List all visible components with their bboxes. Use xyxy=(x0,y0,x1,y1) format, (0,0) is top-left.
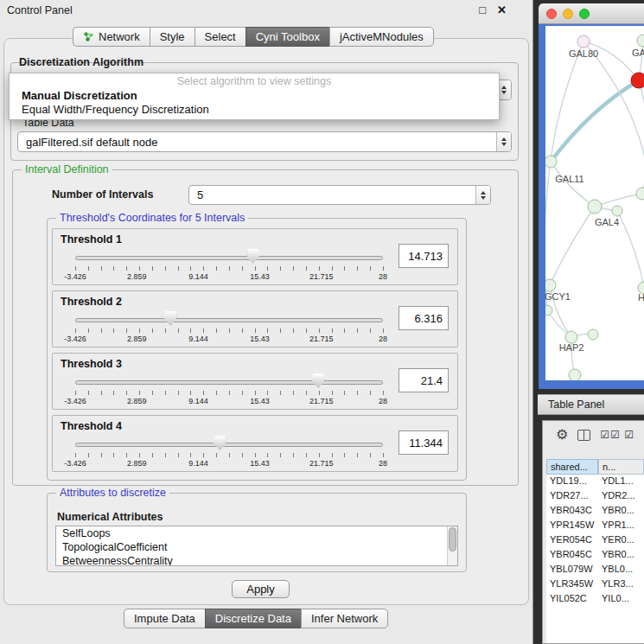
threshold-value-field[interactable]: 6.316 xyxy=(399,306,449,330)
node-label: GCY1 xyxy=(545,291,571,302)
column-selector-icon[interactable] xyxy=(577,430,590,441)
combo-arrows-icon[interactable] xyxy=(496,132,511,151)
tab-label: jActiveMNodules xyxy=(340,30,424,43)
table-body: YDL19...YDL1...YDR27...YDR2...YBR043CYBR… xyxy=(546,475,644,607)
network-node-ga[interactable] xyxy=(637,35,644,47)
tab-cyni-toolbox[interactable]: Cyni Toolbox xyxy=(245,27,329,47)
tick-label: 28 xyxy=(379,397,387,405)
slider-tick-labels: -3.4262.8599.14415.4321.71528 xyxy=(75,397,383,406)
table-data-combobox[interactable]: galFiltered.sif default node xyxy=(17,131,512,152)
network-canvas[interactable]: GAL80GAGAL11GAL4GCY1HHAP2 xyxy=(545,26,644,380)
network-node-gal11[interactable] xyxy=(545,156,557,168)
dropdown-option-manual-discretization[interactable]: Manual Discretization xyxy=(10,88,499,102)
table-row[interactable]: YER054CYER0... xyxy=(546,533,644,548)
algorithm-dropdown-popup: Select algorithm to view settings Manual… xyxy=(9,73,500,120)
slider-thumb[interactable] xyxy=(247,249,259,264)
list-scrollbar[interactable] xyxy=(447,526,457,565)
tick-label: 2.859 xyxy=(127,272,147,281)
slider-track[interactable] xyxy=(75,380,383,385)
table-row[interactable]: YPR145WYPR1... xyxy=(546,519,644,533)
network-edge-highlighted[interactable] xyxy=(551,80,639,162)
slider-thumb[interactable] xyxy=(214,436,226,450)
number-of-intervals-combobox[interactable]: 5 xyxy=(188,185,491,205)
slider-track[interactable] xyxy=(75,318,383,322)
cell-shared-name: YBR043C xyxy=(546,504,598,519)
list-item-topologicalcoefficient[interactable]: TopologicalCoefficient xyxy=(56,540,457,554)
network-node[interactable] xyxy=(636,188,644,200)
zoom-traffic-light-icon[interactable] xyxy=(579,9,590,19)
node-label: GA xyxy=(632,48,644,58)
tab-impute-data[interactable]: Impute Data xyxy=(124,609,205,628)
slider-thumb[interactable] xyxy=(164,311,176,326)
close-traffic-light-icon[interactable] xyxy=(546,9,557,19)
node-label: GAL80 xyxy=(569,48,598,59)
settings-gear-icon[interactable]: ⚙ xyxy=(556,428,568,442)
network-node[interactable] xyxy=(588,329,598,340)
tab-jactivemnodules[interactable]: jActiveMNodules xyxy=(329,27,434,47)
network-graph: GAL80GAGAL11GAL4GCY1HHAP2 xyxy=(545,26,644,380)
tab-network[interactable]: Network xyxy=(73,27,150,47)
scrollbar-thumb[interactable] xyxy=(449,527,456,552)
table-row[interactable]: YIL052CYIL0... xyxy=(546,592,644,607)
network-edge[interactable] xyxy=(551,162,595,207)
network-edge[interactable] xyxy=(550,207,595,285)
checkbox-icons[interactable]: ☑☑ ☑ xyxy=(600,429,634,441)
close-window-icon[interactable]: ✕ xyxy=(497,3,507,16)
interval-definition-label: Interval Definition xyxy=(22,163,112,175)
network-node[interactable] xyxy=(545,305,552,316)
network-edge[interactable] xyxy=(595,194,642,207)
tab-infer-network[interactable]: Infer Network xyxy=(301,609,388,628)
table-data-combobox-value: galFiltered.sif default node xyxy=(18,136,496,149)
number-of-intervals-value: 5 xyxy=(189,188,475,201)
threshold-value-field[interactable]: 21.4 xyxy=(399,368,449,392)
tab-label: Select xyxy=(205,30,236,43)
node-label: GAL11 xyxy=(555,174,583,184)
table-row[interactable]: YBL079WYBL0... xyxy=(546,563,644,577)
cell-shared-name: YIL052C xyxy=(546,592,598,607)
float-window-icon[interactable]: □ xyxy=(479,3,486,16)
network-node-gal4[interactable] xyxy=(588,200,602,214)
thresholds-group-label: Threshold's Coordinates for 5 Intervals xyxy=(56,212,248,224)
network-node[interactable] xyxy=(631,73,644,88)
column-header-shared-name[interactable]: shared... xyxy=(546,459,598,475)
network-node-gal80[interactable] xyxy=(577,35,590,48)
control-panel-titlebar[interactable]: Control Panel □ ✕ xyxy=(0,0,532,21)
slider-thumb[interactable] xyxy=(312,373,324,388)
numerical-attributes-list[interactable]: SelfLoopsTopologicalCoefficientBetweenne… xyxy=(55,526,458,566)
network-node[interactable] xyxy=(569,369,581,380)
table-row[interactable]: YLR345WYLR3... xyxy=(546,577,644,592)
threshold-panel-4: Threshold 4-3.4262.8599.14415.4321.71528… xyxy=(52,415,458,472)
minimize-traffic-light-icon[interactable] xyxy=(563,9,573,19)
top-tab-bar: NetworkStyleSelectCyni ToolboxjActiveMNo… xyxy=(73,27,434,47)
apply-button[interactable]: Apply xyxy=(232,580,290,598)
table-row[interactable]: YBR043CYBR0... xyxy=(546,504,644,519)
tab-style[interactable]: Style xyxy=(150,27,194,47)
network-edge[interactable] xyxy=(583,41,639,80)
threshold-label: Threshold 3 xyxy=(61,358,122,370)
table-row[interactable]: YBR045CYBR0... xyxy=(546,548,644,563)
table-row[interactable]: YDL19...YDL1... xyxy=(546,475,644,489)
tab-discretize-data[interactable]: Discretize Data xyxy=(205,609,301,628)
network-node[interactable] xyxy=(612,206,622,216)
threshold-value-field[interactable]: 11.344 xyxy=(399,430,449,455)
slider-tick-marks xyxy=(75,266,384,271)
network-node-gcy1[interactable] xyxy=(545,279,556,291)
table-panel-titlebar[interactable]: Table Panel xyxy=(538,394,644,415)
list-item-selfloops[interactable]: SelfLoops xyxy=(56,526,457,540)
combo-arrows-icon[interactable] xyxy=(475,186,490,204)
bottom-tab-bar: Impute DataDiscretize DataInfer Network xyxy=(124,609,388,628)
slider-track[interactable] xyxy=(75,256,383,260)
network-node-hap2[interactable] xyxy=(565,331,577,343)
cell-shared-name: YPR145W xyxy=(546,519,598,533)
slider-track[interactable] xyxy=(75,443,383,447)
table-row[interactable]: YDR27...YDR2... xyxy=(546,489,644,504)
threshold-value-field[interactable]: 14.713 xyxy=(399,244,449,268)
column-header-name[interactable]: n... xyxy=(598,459,644,475)
tab-select[interactable]: Select xyxy=(194,27,245,47)
dropdown-option-equal-width-frequency[interactable]: Equal Width/Frequency Discretization xyxy=(10,102,499,116)
list-item-betweennesscentrality[interactable]: BetweennessCentrality xyxy=(56,554,457,566)
cell-name: YBR0... xyxy=(598,548,644,563)
network-window-titlebar[interactable] xyxy=(539,3,644,24)
cell-shared-name: YDL19... xyxy=(546,475,598,489)
network-edge[interactable] xyxy=(617,211,644,288)
